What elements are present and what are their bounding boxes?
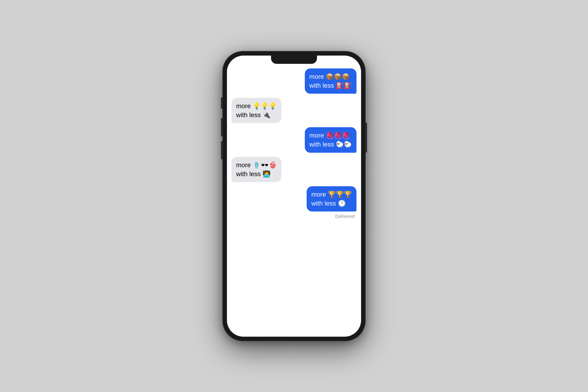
message-row: more 🏆🏆🏆with less 🕐	[232, 186, 356, 212]
message-bubble: more 🧶🧶🧶with less 🐑🐑	[305, 127, 356, 152]
message-bubble: more 🏆🏆🏆with less 🕐	[307, 186, 356, 212]
mute-button	[221, 97, 223, 109]
phone-screen: more 📦📦📦with less ⛽⛽ more 💡💡💡with less 🔌…	[227, 56, 361, 337]
delivered-status: Delivered	[232, 214, 356, 219]
message-row: more 💡💡💡with less 🔌	[232, 98, 356, 123]
message-bubble: more 🩴🕶️👙with less 👩‍💻	[232, 157, 281, 182]
message-bubble: more 📦📦📦with less ⛽⛽	[305, 68, 356, 94]
volume-up-button	[221, 118, 223, 136]
messages-area: more 📦📦📦with less ⛽⛽ more 💡💡💡with less 🔌…	[227, 64, 361, 337]
phone-mockup: more 📦📦📦with less ⛽⛽ more 💡💡💡with less 🔌…	[223, 52, 365, 341]
message-row: more 📦📦📦with less ⛽⛽	[232, 68, 356, 94]
volume-down-button	[221, 141, 223, 159]
power-button	[365, 123, 367, 152]
notch	[271, 56, 317, 64]
message-row: more 🩴🕶️👙with less 👩‍💻	[232, 157, 356, 182]
message-row: more 🧶🧶🧶with less 🐑🐑	[232, 127, 356, 152]
message-bubble: more 💡💡💡with less 🔌	[232, 98, 281, 123]
